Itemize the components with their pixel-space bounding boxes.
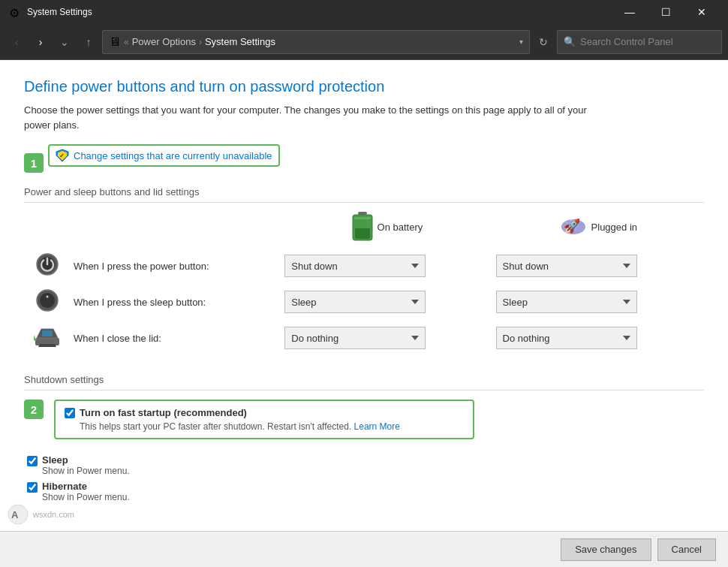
hibernate-checkbox-desc: Show in Power menu. [42,492,130,502]
svg-text:A: A [11,509,19,520]
col-battery: On battery [281,212,492,248]
svg-point-12 [40,293,55,308]
sleep-button-plugged-select[interactable]: Sleep Do nothing Hibernate Shut down [496,291,637,313]
sleep-checkbox[interactable] [27,456,38,466]
title-bar-controls: — ☐ ✕ [612,0,719,24]
sleep-plugged-cell[interactable]: Sleep Do nothing Hibernate Shut down [493,284,704,320]
nav-bar: ‹ › ⌄ ↑ 🖥 « Power Options › System Setti… [0,24,728,60]
change-settings-label: Change settings that are currently unava… [74,150,272,161]
plugged-icon: 🚀 [560,216,587,237]
sleep-button-icon-cell [24,284,71,320]
col-plugged: 🚀 Plugged in [493,212,704,248]
sleep-checkbox-desc: Show in Power menu. [42,466,130,476]
main-content: Define power buttons and turn on passwor… [0,60,728,567]
power-button-plugged-cell[interactable]: Shut down Sleep Hibernate Do nothing [493,248,704,284]
annotation-2: 2 [24,400,44,419]
lid-plugged-cell[interactable]: Do nothing Sleep Hibernate Shut down [493,320,704,356]
title-bar-title: System Settings [27,7,606,17]
lid-battery-select[interactable]: Do nothing Sleep Hibernate Shut down [284,327,426,349]
svg-text:✓: ✓ [59,152,65,159]
sleep-battery-cell[interactable]: Sleep Do nothing Hibernate Shut down [281,284,492,320]
shield-icon: ✓ [56,149,69,162]
fast-startup-label: Turn on fast startup (recommended) [80,407,247,418]
cancel-button[interactable]: Cancel [657,538,716,561]
sleep-checkbox-label: Sleep [42,454,130,466]
breadcrumb-power-options[interactable]: Power Options [132,36,196,47]
bottom-bar: Save changes Cancel [0,531,728,567]
lid-battery-cell[interactable]: Do nothing Sleep Hibernate Shut down [281,320,492,356]
close-button[interactable]: ✕ [684,0,719,24]
lid-plugged-select[interactable]: Do nothing Sleep Hibernate Shut down [496,327,637,349]
col-battery-label: On battery [378,222,423,233]
power-table: On battery 🚀 Plugged in [24,212,704,356]
fast-startup-desc: This helps start your PC faster after sh… [80,421,464,432]
refresh-button[interactable]: ↻ [533,32,554,53]
hibernate-checkbox-row: Hibernate Show in Power menu. [27,481,704,502]
breadcrumb-separator-left: « [124,37,129,47]
annotation-1: 1 [24,153,44,173]
power-button-battery-cell[interactable]: Shut down Sleep Hibernate Do nothing [281,248,492,284]
hibernate-checkbox-label: Hibernate [42,481,130,492]
save-changes-button[interactable]: Save changes [561,538,651,561]
learn-more-link[interactable]: Learn More [354,421,400,432]
search-input[interactable] [580,36,715,47]
svg-rect-3 [358,212,367,215]
svg-text:🚀: 🚀 [564,218,581,234]
fast-startup-box: Turn on fast startup (recommended) This … [54,400,474,439]
power-button-battery-select[interactable]: Shut down Sleep Hibernate Do nothing [284,255,426,277]
address-bar: 🖥 « Power Options › System Settings ▾ [102,30,530,54]
power-button-label: When I press the power button: [71,248,281,284]
forward-button[interactable]: › [30,32,51,53]
col-plugged-label: Plugged in [591,222,637,233]
address-bar-icon: 🖥 [109,35,121,49]
power-button-icon-cell [24,248,71,284]
search-bar-container: 🔍 [557,30,722,54]
watermark: A wsxdn.com [8,504,74,525]
back-button[interactable]: ‹ [6,32,27,53]
breadcrumb-system-settings[interactable]: System Settings [205,36,275,47]
fast-startup-checkbox[interactable] [65,408,75,418]
fast-startup-row: Turn on fast startup (recommended) [65,407,464,418]
breadcrumb-arrow: › [199,37,202,47]
power-button-plugged-select[interactable]: Shut down Sleep Hibernate Do nothing [496,255,637,277]
hibernate-checkbox[interactable] [27,482,38,493]
change-settings-link[interactable]: ✓ Change settings that are currently una… [48,144,280,167]
lid-icon-cell [24,320,71,356]
up-button[interactable]: ↑ [78,32,99,53]
lid-row: When I close the lid: Do nothing Sleep H… [24,320,704,356]
hibernate-checkbox-content: Hibernate Show in Power menu. [42,481,130,502]
title-bar: ⚙ System Settings — ☐ ✕ [0,0,728,24]
recent-button[interactable]: ⌄ [54,32,75,53]
svg-rect-6 [354,217,371,219]
shutdown-section-label: Shutdown settings [24,374,704,391]
watermark-text: wsxdn.com [33,510,74,519]
lid-icon [34,324,61,348]
page-description: Choose the power settings that you want … [24,103,609,132]
annotation-row-1: 1 ✓ Change settings that are currently u… [24,144,704,182]
sleep-button-label: When I press the sleep button: [71,284,281,320]
sleep-button-battery-select[interactable]: Sleep Do nothing Hibernate Shut down [284,291,426,313]
power-button-row: When I press the power button: Shut down… [24,248,704,284]
title-bar-icon: ⚙ [9,6,21,18]
power-button-icon [35,252,59,276]
svg-rect-15 [42,330,53,336]
lid-label: When I close the lid: [71,320,281,356]
minimize-button[interactable]: — [612,0,647,24]
battery-icon [352,212,373,242]
address-dropdown-icon[interactable]: ▾ [519,38,523,46]
search-icon: 🔍 [564,36,576,47]
power-section-label: Power and sleep buttons and lid settings [24,186,704,203]
svg-rect-5 [355,228,370,239]
sleep-checkbox-content: Sleep Show in Power menu. [42,454,130,476]
appuals-icon: A [8,504,29,525]
sleep-button-icon [35,288,59,312]
page-title: Define power buttons and turn on passwor… [24,78,704,95]
sleep-checkbox-row: Sleep Show in Power menu. [27,454,704,476]
maximize-button[interactable]: ☐ [648,0,683,24]
sleep-button-row: When I press the sleep button: Sleep Do … [24,284,704,320]
svg-point-13 [46,296,48,298]
